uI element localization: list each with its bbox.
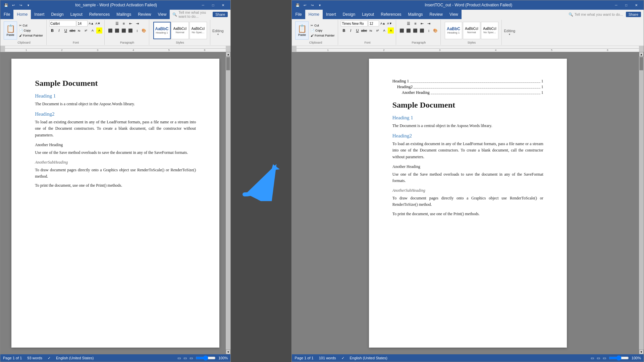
align-right-btn-right[interactable]: ⬛ bbox=[412, 27, 418, 34]
left-tab-layout[interactable]: Layout bbox=[67, 10, 86, 19]
linespacing-btn-left[interactable]: ↕ bbox=[134, 27, 140, 34]
right-tab-mailings[interactable]: Mailings bbox=[405, 10, 426, 19]
copy-btn-right[interactable]: 📄 Copy bbox=[309, 28, 336, 33]
paste-btn-right[interactable]: 📋 Paste bbox=[295, 21, 309, 40]
font-shrink-btn-right[interactable]: A▼ bbox=[386, 20, 392, 26]
left-search-box[interactable]: 🔍 Tell me what you want to do... bbox=[172, 10, 210, 18]
right-tab-view[interactable]: View bbox=[446, 10, 462, 19]
format-painter-btn-right[interactable]: 🖌 Format Painter bbox=[309, 33, 336, 38]
redo-icon-right[interactable]: ↪ bbox=[309, 2, 315, 8]
left-view-normal-icon[interactable]: ▭ bbox=[177, 356, 181, 360]
left-view-outline-icon[interactable]: ▭ bbox=[190, 356, 193, 360]
subscript-btn-left[interactable]: x₂ bbox=[76, 27, 82, 34]
justify-btn-left[interactable]: ⬛ bbox=[127, 27, 133, 34]
superscript-btn-right[interactable]: x² bbox=[374, 27, 380, 34]
share-btn-left[interactable]: Share bbox=[213, 12, 228, 17]
font-name-input-left[interactable] bbox=[49, 20, 76, 26]
align-center-btn-right[interactable]: ⬛ bbox=[406, 27, 412, 34]
underline-btn-left[interactable]: U bbox=[63, 27, 69, 34]
style-normal-right[interactable]: AaBbCcI Normal bbox=[463, 22, 480, 39]
right-view-normal-icon[interactable]: ▭ bbox=[591, 356, 594, 360]
italic-btn-left[interactable]: I bbox=[56, 27, 62, 34]
right-tab-home[interactable]: Home bbox=[305, 10, 323, 19]
superscript-btn-left[interactable]: x² bbox=[83, 27, 89, 34]
maximize-btn-left[interactable]: □ bbox=[208, 2, 218, 8]
strikethrough-btn-right[interactable]: abc bbox=[361, 27, 367, 34]
font-size-input-right[interactable] bbox=[368, 20, 379, 26]
left-view-web-icon[interactable]: ▭ bbox=[183, 356, 187, 360]
right-tab-layout[interactable]: Layout bbox=[359, 10, 377, 19]
right-tab-design[interactable]: Design bbox=[339, 10, 359, 19]
bullets-btn-right[interactable]: ☰ bbox=[406, 20, 412, 26]
bullets-btn-left[interactable]: ☰ bbox=[114, 20, 120, 26]
highlight-btn-right[interactable]: A bbox=[388, 27, 394, 34]
left-tab-view[interactable]: View bbox=[155, 10, 170, 19]
justify-btn-right[interactable]: ⬛ bbox=[419, 27, 425, 34]
indent-right-btn-right[interactable]: ⇥ bbox=[426, 20, 432, 26]
shading-btn-left[interactable]: 🎨 bbox=[141, 27, 147, 34]
left-tab-design[interactable]: Design bbox=[48, 10, 67, 19]
right-doc-scroll-area[interactable]: Heading 1 1 Heading2 1 Another Heading 1 bbox=[292, 52, 644, 354]
shading-btn-right[interactable]: 🎨 bbox=[432, 27, 438, 34]
style-nospace-left[interactable]: AaBbCcI No Spac... bbox=[190, 22, 207, 39]
style-normal-left[interactable]: AaBbCcI Normal bbox=[171, 22, 189, 39]
font-grow-btn-left[interactable]: A▲ bbox=[88, 20, 94, 26]
customize-icon-left[interactable]: ▾ bbox=[25, 2, 31, 8]
bold-btn-right[interactable]: B bbox=[341, 27, 347, 34]
cut-btn-left[interactable]: ✂ Cut bbox=[18, 23, 44, 28]
left-tab-home[interactable]: Home bbox=[13, 10, 31, 19]
undo-icon-left[interactable]: ↩ bbox=[10, 2, 16, 8]
right-view-web-icon[interactable]: ▭ bbox=[597, 356, 600, 360]
textcolor-btn-right[interactable]: A bbox=[381, 27, 387, 34]
style-nospace-right[interactable]: AaBbCcI No Spac... bbox=[481, 22, 498, 39]
bold-btn-left[interactable]: B bbox=[49, 27, 55, 34]
left-scrollbar[interactable]: ▲ ▼ bbox=[226, 52, 230, 354]
indent-left-btn[interactable]: ⇤ bbox=[127, 20, 133, 26]
scroll-thumb-left[interactable] bbox=[226, 57, 230, 70]
font-size-input-left[interactable] bbox=[77, 20, 88, 26]
right-search-box[interactable]: 🔍 Tell me what you want to do... bbox=[569, 12, 623, 17]
cut-btn-right[interactable]: ✂ Cut bbox=[309, 23, 336, 28]
right-zoom-slider[interactable] bbox=[609, 355, 629, 361]
strikethrough-btn-left[interactable]: abc bbox=[69, 27, 75, 34]
minimize-btn-left[interactable]: ─ bbox=[198, 2, 208, 8]
numbering-btn-left[interactable]: ≡ bbox=[121, 20, 127, 26]
left-doc-scroll-area[interactable]: Sample Document Heading 1 The Document i… bbox=[0, 52, 230, 354]
scroll-up-btn-left[interactable]: ▲ bbox=[226, 52, 230, 57]
align-left-btn-right[interactable]: ⬛ bbox=[399, 27, 405, 34]
close-btn-right[interactable]: ✕ bbox=[632, 2, 641, 8]
right-view-outline-icon[interactable]: ▭ bbox=[603, 356, 606, 360]
paste-btn-left[interactable]: 📋 Paste bbox=[4, 21, 17, 40]
highlight-btn-left[interactable]: A bbox=[96, 27, 102, 34]
share-btn-right[interactable]: Share bbox=[626, 12, 641, 17]
maximize-btn-right[interactable]: □ bbox=[622, 2, 631, 8]
linespacing-btn-right[interactable]: ↕ bbox=[426, 27, 432, 34]
scroll-down-btn-right[interactable]: ▼ bbox=[639, 350, 644, 354]
left-doc-area[interactable]: Sample Document Heading 1 The Document i… bbox=[5, 52, 226, 354]
right-tab-references[interactable]: References bbox=[377, 10, 405, 19]
right-doc-area[interactable]: Heading 1 1 Heading2 1 Another Heading 1 bbox=[297, 52, 639, 354]
right-tab-insert[interactable]: Insert bbox=[323, 10, 339, 19]
italic-btn-right[interactable]: I bbox=[347, 27, 354, 34]
font-shrink-btn-left[interactable]: A▼ bbox=[95, 20, 101, 26]
undo-icon-right[interactable]: ↩ bbox=[302, 2, 308, 8]
left-tab-review[interactable]: Review bbox=[135, 10, 154, 19]
right-page[interactable]: Heading 1 1 Heading2 1 Another Heading 1 bbox=[369, 59, 567, 348]
style-heading1-right[interactable]: AaBbC Heading 1 bbox=[445, 22, 462, 39]
indent-right-btn[interactable]: ⇥ bbox=[134, 20, 140, 26]
left-tab-references[interactable]: References bbox=[86, 10, 113, 19]
scroll-down-btn-left[interactable]: ▼ bbox=[226, 350, 230, 354]
subscript-btn-right[interactable]: x₂ bbox=[368, 27, 374, 34]
left-tab-file[interactable]: File bbox=[0, 10, 13, 19]
close-btn-left[interactable]: ✕ bbox=[218, 2, 228, 8]
indent-left-btn-right[interactable]: ⇤ bbox=[419, 20, 425, 26]
left-tab-mailings[interactable]: Mailings bbox=[113, 10, 135, 19]
minimize-btn-right[interactable]: ─ bbox=[611, 2, 621, 8]
scroll-up-btn-right[interactable]: ▲ bbox=[639, 52, 644, 57]
style-heading1-left[interactable]: AaBbC Heading 1 bbox=[153, 22, 171, 39]
font-grow-btn-right[interactable]: A▲ bbox=[380, 20, 386, 26]
left-tab-insert[interactable]: Insert bbox=[31, 10, 48, 19]
align-center-btn-left[interactable]: ⬛ bbox=[114, 27, 120, 34]
copy-btn-left[interactable]: 📄 Copy bbox=[18, 28, 44, 33]
customize-icon-right[interactable]: ▾ bbox=[317, 2, 323, 8]
